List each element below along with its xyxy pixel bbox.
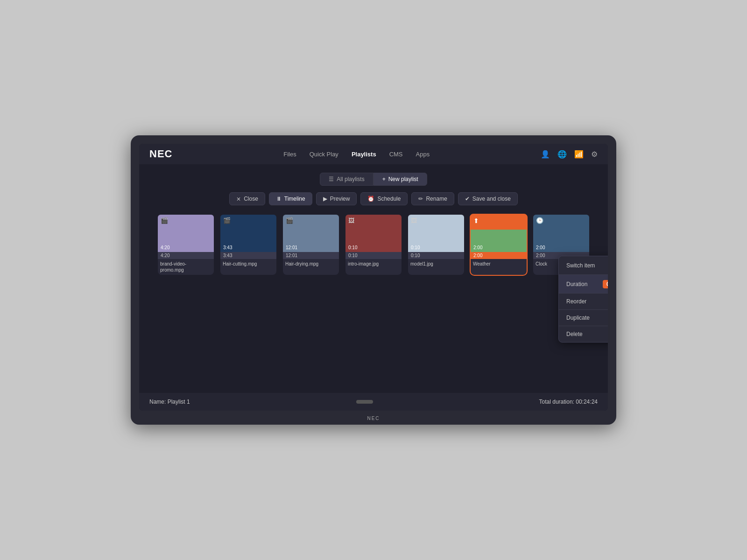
label-weather: Weather <box>471 259 527 269</box>
media-card-2[interactable]: 🎬 3:43 3:43 Hair-cutting.mpg <box>220 215 276 275</box>
tv-screen: NEC Files Quick Play Playlists CMS Apps … <box>139 144 608 411</box>
close-label: Close <box>244 196 258 202</box>
media-card-4[interactable]: 🖼 0:10 0:10 intro-image.jpg <box>345 215 402 275</box>
ctx-duration[interactable]: Duration ➖ <box>559 274 608 293</box>
tv-stand-label: NEC <box>367 416 380 421</box>
playlist-tabs: ☰ All playlists + New playlist <box>320 173 427 186</box>
nav-cms[interactable]: CMS <box>389 151 403 158</box>
label-3: Hair-drying.mpg <box>283 259 339 269</box>
duration-input[interactable] <box>603 280 608 288</box>
ctx-duplicate-label: Duplicate <box>566 315 590 321</box>
video-icon-1: 🎬 <box>161 217 168 224</box>
media-strip: 🎬 4:20 4:20 brand-video-promo.mpg 🎬 3:43… <box>149 215 598 275</box>
settings-icon[interactable]: ⚙ <box>591 150 598 159</box>
person-icon[interactable]: 👤 <box>541 150 550 159</box>
image-icon-5: 🖼 <box>411 217 417 224</box>
list-icon: ☰ <box>329 176 334 182</box>
schedule-label: Schedule <box>377 196 401 202</box>
ctx-reorder-label: Reorder <box>566 298 586 305</box>
ctx-reorder[interactable]: Reorder <box>559 293 608 309</box>
top-nav: NEC Files Quick Play Playlists CMS Apps … <box>139 144 608 164</box>
ctx-duplicate[interactable]: Duplicate <box>559 309 608 326</box>
preview-label: Preview <box>330 196 350 202</box>
duration-4: 0:10 <box>348 245 357 250</box>
duration-bar-5: 0:10 <box>408 252 464 259</box>
duration-bar-4: 0:10 <box>345 252 402 259</box>
duration-bar-3: 12:01 <box>283 252 339 259</box>
rename-icon: ✏ <box>418 196 423 202</box>
media-card-1[interactable]: 🎬 4:20 4:20 brand-video-promo.mpg <box>158 215 214 275</box>
nav-icon-group: 👤 🌐 📶 ⚙ <box>541 150 598 159</box>
nav-quickplay[interactable]: Quick Play <box>310 151 338 158</box>
rename-label: Rename <box>426 196 447 202</box>
video-icon-2: 🎬 <box>223 217 231 224</box>
schedule-icon: ⏰ <box>367 196 374 202</box>
thumb-4: 🖼 0:10 <box>345 215 402 252</box>
duration-2: 3:43 <box>223 245 232 250</box>
video-icon-3: 🎬 <box>286 217 293 224</box>
bottom-bar: Name: Playlist 1 Total duration: 00:24:2… <box>139 393 608 411</box>
thumb-3: 🎬 12:01 <box>283 215 339 252</box>
thumb-2: 🎬 3:43 <box>220 215 276 252</box>
globe-icon[interactable]: 🌐 <box>557 150 567 159</box>
timeline-button[interactable]: ⏸ Timeline <box>269 192 312 205</box>
preview-icon: ▶ <box>323 196 327 202</box>
toolbar: ⨯ Close ⏸ Timeline ▶ Preview ⏰ Schedule … <box>229 192 518 205</box>
widget-icon-weather: ⬆ <box>473 217 479 224</box>
wifi-icon[interactable]: 📶 <box>574 150 584 159</box>
duration-1: 4:20 <box>161 245 169 250</box>
duration-5: 0:10 <box>411 245 420 250</box>
ctx-duration-label: Duration <box>566 281 587 287</box>
close-icon: ⨯ <box>236 196 241 202</box>
all-playlists-label: All playlists <box>337 176 364 182</box>
label-4: intro-image.jpg <box>345 259 402 269</box>
all-playlists-tab[interactable]: ☰ All playlists <box>320 173 373 186</box>
image-icon-4: 🖼 <box>348 217 354 224</box>
label-2: Hair-cutting.mpg <box>220 259 276 269</box>
playlist-name: Name: Playlist 1 <box>149 399 190 405</box>
ctx-switch-item[interactable]: Switch item ➕ <box>559 256 608 274</box>
preview-button[interactable]: ▶ Preview <box>316 192 357 205</box>
scrollbar[interactable] <box>356 400 373 404</box>
context-menu: Switch item ➕ Duration ➖ Reorder <box>558 256 608 343</box>
total-duration: Total duration: 00:24:24 <box>539 399 598 405</box>
timeline-label: Timeline <box>284 196 305 202</box>
media-card-5[interactable]: 🖼 0:10 0:10 model1.jpg <box>408 215 464 275</box>
duration-bar-1: 4:20 <box>158 252 214 259</box>
thumb-5: 🖼 0:10 <box>408 215 464 252</box>
rename-button[interactable]: ✏ Rename <box>411 192 454 205</box>
duration-row: ➖ <box>603 280 608 288</box>
save-icon: ✔ <box>465 196 470 202</box>
label-1: brand-video-promo.mpg <box>158 259 214 275</box>
save-close-button[interactable]: ✔ Save and close <box>458 192 518 205</box>
ctx-switch-label: Switch item <box>566 262 595 269</box>
nav-files[interactable]: Files <box>283 151 296 158</box>
duration-3: 12:01 <box>286 245 297 250</box>
tv-display: NEC Files Quick Play Playlists CMS Apps … <box>131 135 616 425</box>
nav-playlists[interactable]: Playlists <box>352 151 376 158</box>
duration-clock: 2:00 <box>536 245 545 250</box>
nav-links: Files Quick Play Playlists CMS Apps <box>283 151 430 158</box>
ctx-delete[interactable]: Delete <box>559 326 608 342</box>
duration-weather: 2:00 <box>473 245 482 250</box>
close-button[interactable]: ⨯ Close <box>229 192 265 205</box>
duration-bar-weather: 2:00 <box>471 252 527 259</box>
brand-logo: NEC <box>149 148 172 160</box>
plus-icon: + <box>382 176 386 182</box>
schedule-button[interactable]: ⏰ Schedule <box>360 192 408 205</box>
save-label: Save and close <box>472 196 511 202</box>
main-content: ☰ All playlists + New playlist ⨯ Close ⏸… <box>139 164 608 393</box>
nav-apps[interactable]: Apps <box>416 151 430 158</box>
label-5: model1.jpg <box>408 259 464 269</box>
duration-bar-2: 3:43 <box>220 252 276 259</box>
media-card-3[interactable]: 🎬 12:01 12:01 Hair-drying.mpg <box>283 215 339 275</box>
thumb-clock: 🕒 2:00 <box>533 215 589 252</box>
timeline-icon: ⏸ <box>276 196 282 202</box>
new-playlist-label: New playlist <box>388 176 418 182</box>
media-card-weather[interactable]: ⬆ 2:00 2:00 Weather Switch item ➕ Durati… <box>471 215 527 275</box>
ctx-delete-label: Delete <box>566 331 583 337</box>
thumb-weather: ⬆ 2:00 <box>471 215 527 252</box>
new-playlist-tab[interactable]: + New playlist <box>374 173 427 186</box>
clock-icon: 🕒 <box>536 217 543 224</box>
thumb-1: 🎬 4:20 <box>158 215 214 252</box>
